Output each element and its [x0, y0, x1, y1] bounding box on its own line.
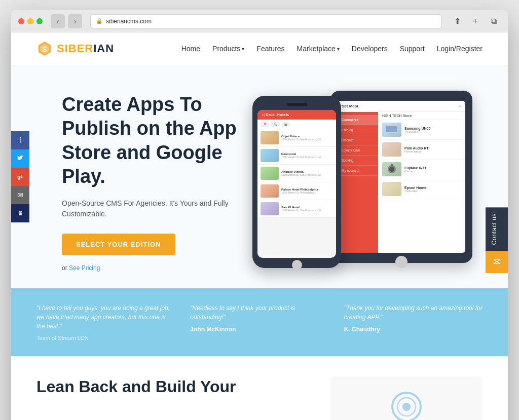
tablet-home-button[interactable]	[395, 256, 407, 268]
hero-devices: ◁ Back Hotels 📍 🔍 ▦	[237, 86, 483, 278]
tablet-menu: Commerce Catalog Discount Loyalty Card B…	[338, 112, 465, 253]
testimonial-text-3: "Thank you for developing such an amazin…	[344, 303, 483, 322]
phone-camera	[287, 103, 307, 106]
twitter-button[interactable]	[11, 149, 29, 168]
testimonial-2: "Needless to say I think your product is…	[190, 303, 328, 341]
logo[interactable]: S SIBERIAN	[36, 41, 114, 57]
email-social-button[interactable]: ✉	[11, 186, 29, 204]
product-item-4: Epson Home TV&Video	[378, 179, 465, 199]
website-content: S SIBERIAN Home Products ▾ Features Mark…	[11, 32, 508, 420]
phone-nav-bar: ◁ Back Hotels	[257, 110, 336, 120]
svg-point-11	[402, 403, 411, 411]
hotel-info-4: Palace Hotel Philadelphia 1500 Market St…	[281, 188, 333, 194]
tablet-content-area: HIGH TECH Store Samsung UN65 TV&Video	[378, 112, 465, 253]
product-item-3: FujiMax X-T1 Camera	[378, 160, 465, 179]
address-bar[interactable]: 🔒 siberiancms.com	[90, 14, 442, 28]
nav-support[interactable]: Support	[400, 45, 425, 53]
testimonial-text-1: "I have to tell you guys, you are doing …	[36, 303, 175, 331]
product-item-2: Polk Audio RTi Home audio	[378, 140, 465, 160]
product-image-4	[382, 182, 401, 196]
contact-tab[interactable]: Contact us	[486, 207, 508, 251]
nav-developers[interactable]: Developers	[352, 45, 388, 53]
tablet-header: Set Meal ≡	[338, 101, 465, 112]
store-name-label: HIGH TECH Store	[378, 112, 465, 120]
new-tab-button[interactable]: +	[468, 14, 483, 28]
product-image-1	[382, 123, 401, 137]
phone-home-button[interactable]	[292, 260, 302, 270]
sidebar-item-commerce[interactable]: Commerce	[338, 115, 378, 125]
product-name-3: FujiMax X-T1	[404, 166, 461, 170]
bottom-visual	[330, 376, 483, 420]
nav-products[interactable]: Products ▾	[212, 45, 244, 53]
lock-icon: 🔒	[96, 18, 103, 24]
hero-content: Create Apps To Publish on the App Store …	[36, 93, 237, 272]
testimonials-section: "I have to tell you guys, you are doing …	[11, 288, 508, 356]
product-cat-1: TV&Video	[404, 130, 461, 133]
hotel-image-3	[261, 167, 279, 180]
hotel-item-3: Angular Vienna 1500 Market St, San Franc…	[257, 165, 336, 182]
cta-button[interactable]: SELECT YOUR EDITION	[62, 234, 175, 255]
product-cat-4: TV&Video	[404, 189, 461, 193]
back-button[interactable]: ‹	[51, 14, 65, 28]
tablet-header-text: Set Meal	[342, 104, 358, 108]
svg-rect-8	[391, 164, 393, 166]
testimonials-grid: "I have to tell you guys, you are doing …	[36, 303, 483, 341]
testimonial-author-2: John McKinnon	[190, 326, 328, 333]
nav-marketplace[interactable]: Marketplace ▾	[297, 45, 340, 53]
hero-section: f g+ ✉ ♛ Create Apps To Publish on the A…	[11, 65, 508, 288]
tabs-button[interactable]: ⧉	[487, 14, 501, 28]
hotel-item-1: Objet Palace 1500 Market St, San Francis…	[257, 129, 336, 147]
phone-mockup: ◁ Back Hotels 📍 🔍 ▦	[252, 96, 341, 268]
sidebar-item-catalog[interactable]: Catalog	[338, 125, 378, 135]
hotel-address-1: 1500 Market St, San Francisco, CA	[281, 138, 333, 141]
browser-navigation: ‹ ›	[51, 14, 82, 28]
maximize-button[interactable]	[36, 18, 43, 24]
search-filter[interactable]: 🔍	[271, 122, 280, 127]
see-pricing-link[interactable]: See Pricing	[69, 264, 100, 272]
hero-title: Create Apps To Publish on the App Store …	[62, 93, 237, 189]
extra-social-button[interactable]: ♛	[11, 204, 29, 222]
nav-home[interactable]: Home	[181, 45, 200, 53]
tablet-sidebar: Commerce Catalog Discount Loyalty Card B…	[338, 112, 378, 253]
browser-titlebar: ‹ › 🔒 siberiancms.com ⬆ + ⧉	[11, 10, 508, 32]
sidebar-item-discount[interactable]: Discount	[338, 135, 378, 145]
contact-mail-button[interactable]: ✉	[486, 251, 508, 273]
chevron-down-icon: ▾	[242, 46, 244, 52]
product-info-4: Epson Home TV&Video	[404, 186, 461, 193]
product-name-2: Polk Audio RTi	[404, 146, 461, 150]
svg-rect-4	[386, 126, 397, 132]
logo-text: SIBERIAN	[57, 42, 114, 55]
testimonial-author-1: Team of Stream LDN	[36, 335, 175, 341]
testimonial-author-3: K. Chaudhry	[344, 326, 483, 333]
hotel-item-4: Palace Hotel Philadelphia 1500 Market St…	[257, 182, 336, 200]
google-plus-button[interactable]: g+	[11, 168, 29, 186]
sidebar-item-account[interactable]: My account	[338, 166, 378, 176]
nav-features[interactable]: Features	[256, 45, 284, 53]
product-name-1: Samsung UN65	[404, 127, 461, 130]
hero-subtitle: Open-Source CMS For Agencies. It's Yours…	[62, 198, 237, 219]
sidebar-item-loyalty[interactable]: Loyalty Card	[338, 145, 378, 156]
traffic-lights	[18, 18, 43, 24]
hamburger-icon: ≡	[459, 104, 461, 108]
product-cat-2: Home audio	[404, 150, 461, 153]
hotel-image-4	[261, 184, 279, 198]
grid-filter[interactable]: ▦	[282, 122, 290, 127]
forward-button[interactable]: ›	[68, 14, 82, 28]
hotel-address-3: 1500 Market St, San Francisco, CA	[281, 173, 333, 176]
logo-sib: SIBER	[57, 42, 93, 55]
minimize-button[interactable]	[27, 18, 33, 24]
location-filter[interactable]: 📍	[261, 122, 269, 127]
sidebar-item-booking[interactable]: Booking	[338, 156, 378, 166]
close-button[interactable]	[18, 18, 24, 24]
hotel-image-2	[261, 149, 279, 162]
product-image-3	[382, 162, 401, 176]
svg-rect-5	[389, 133, 394, 134]
right-side-fixed: Contact us ✉	[486, 207, 508, 273]
nav-login[interactable]: Login/Register	[437, 45, 483, 53]
cta-or-text: or	[62, 264, 67, 272]
hotel-image-1	[261, 131, 279, 144]
facebook-button[interactable]: f	[11, 131, 29, 149]
share-button[interactable]: ⬆	[450, 14, 464, 28]
bottom-content: Lean Back and Build Your	[36, 376, 310, 398]
svg-point-7	[389, 167, 394, 172]
